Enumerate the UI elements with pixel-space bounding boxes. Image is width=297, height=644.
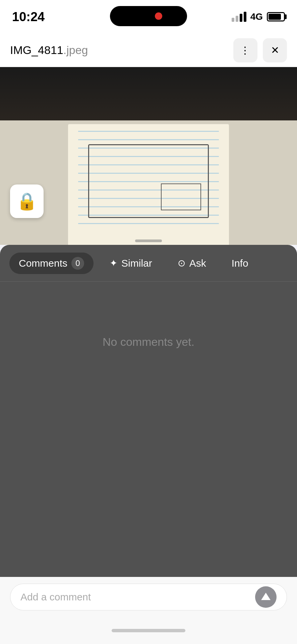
status-time: 10:24 [12, 10, 45, 24]
sketch-rectangle [88, 144, 209, 218]
network-label: 4G [250, 11, 263, 22]
header-bar: IMG_4811.jpeg ⋮ ✕ [0, 34, 297, 67]
tab-info-label: Info [232, 258, 248, 269]
comment-field-wrapper[interactable]: Add a comment [10, 584, 287, 610]
close-icon: ✕ [271, 44, 279, 56]
no-comments-message: No comments yet. [103, 335, 194, 348]
image-background: 🔒 [0, 67, 297, 245]
send-icon [261, 593, 271, 600]
notebook-sketch [68, 124, 229, 245]
recording-dot [155, 12, 162, 20]
comment-placeholder: Add a comment [20, 591, 91, 603]
home-bar [112, 629, 185, 632]
tab-comments-label: Comments [19, 258, 67, 269]
tab-bar: Comments 0 ✦ Similar ⊙ Ask Info [0, 245, 297, 282]
tab-comments[interactable]: Comments 0 [9, 253, 94, 274]
more-button[interactable]: ⋮ [233, 38, 257, 62]
more-icon: ⋮ [240, 44, 251, 56]
tab-ask[interactable]: ⊙ Ask [168, 253, 216, 274]
comment-input-bar: Add a comment [0, 577, 297, 617]
comments-content: No comments yet. [0, 282, 297, 584]
status-right: 4G [232, 11, 285, 22]
battery-icon [267, 12, 285, 21]
status-bar: 10:24 4G [0, 0, 297, 34]
image-area: 🔒 [0, 67, 297, 245]
sketch-inner-rectangle [161, 183, 201, 210]
comment-send-button[interactable] [255, 586, 277, 608]
close-button[interactable]: ✕ [263, 38, 287, 62]
filename: IMG_4811.jpeg [10, 44, 228, 57]
tab-info[interactable]: Info [222, 253, 258, 274]
signal-icon [232, 12, 246, 22]
similar-icon: ✦ [110, 258, 117, 269]
home-indicator [0, 617, 297, 644]
scroll-indicator [135, 239, 162, 242]
ask-icon: ⊙ [178, 258, 185, 269]
dynamic-island [110, 6, 187, 26]
tab-similar[interactable]: ✦ Similar [100, 253, 162, 274]
tab-comments-badge: 0 [71, 257, 84, 270]
tab-similar-label: Similar [121, 258, 152, 269]
lock-icon: 🔒 [16, 192, 37, 211]
lock-badge: 🔒 [10, 184, 44, 218]
tab-ask-label: Ask [189, 258, 206, 269]
